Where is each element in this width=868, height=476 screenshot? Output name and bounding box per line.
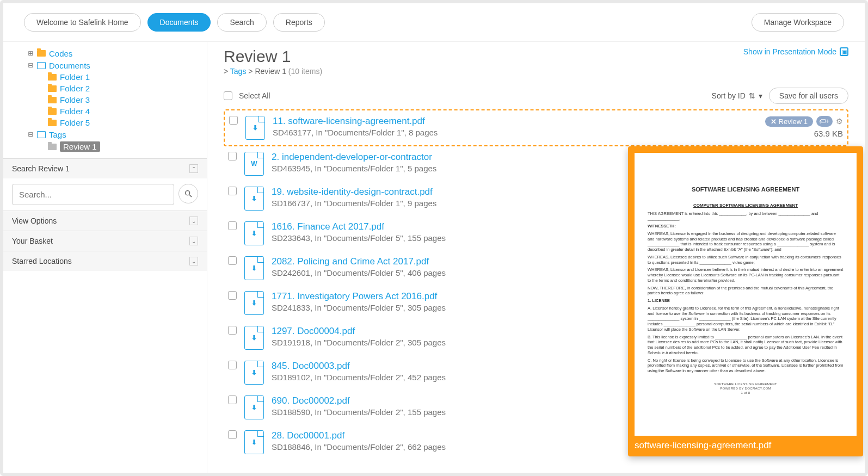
remove-tag-icon[interactable]: ✕ [771, 118, 777, 126]
presentation-icon: ▣ [840, 47, 848, 56]
gear-icon[interactable]: ⚙ [836, 117, 843, 126]
presentation-mode-link[interactable]: Show in Presentation Mode ▣ [743, 47, 848, 56]
chevron-down-icon: ⌄ [189, 257, 198, 265]
file-icon: ⬇ [244, 395, 264, 419]
tree-folder[interactable]: Folder 4 [60, 107, 90, 116]
select-all-label: Select All [239, 91, 270, 100]
row-checkbox[interactable] [228, 430, 237, 439]
sort-dropdown[interactable]: Sort by ID⇅▾ [712, 91, 762, 100]
file-size: 63.9 KB [814, 129, 843, 138]
tree-tags[interactable]: Tags [49, 130, 66, 139]
search-icon [184, 189, 193, 198]
view-options-panel[interactable]: View Options⌄ [3, 211, 207, 231]
book-icon [37, 62, 46, 69]
preview-page: SOFTWARE LICENSING AGREEMENT COMPUTER SO… [635, 153, 857, 436]
row-checkbox[interactable] [228, 395, 237, 404]
breadcrumb: > Tags > Review 1 (10 items) [224, 67, 322, 76]
expand-icon[interactable]: ⊞ [27, 48, 34, 58]
search-button[interactable] [178, 184, 198, 203]
chevron-down-icon: ⌄ [189, 237, 198, 245]
row-checkbox[interactable] [228, 291, 237, 300]
sidebar: ⊞Codes ⊟Documents Folder 1Folder 2Folder… [3, 42, 207, 473]
collapse-icon[interactable]: ⊟ [27, 60, 34, 70]
save-for-all-button[interactable]: Save for all users [769, 88, 848, 104]
nav-reports[interactable]: Reports [273, 13, 325, 32]
collapse-icon[interactable]: ⊟ [27, 129, 34, 139]
item-count: (10 items) [288, 67, 322, 76]
preview-caption: software-licensing-agreement.pdf [635, 440, 857, 451]
file-icon: ⬇ [244, 221, 264, 245]
search-input[interactable] [12, 184, 174, 205]
file-icon: ⬇ [244, 187, 264, 211]
nav-welcome[interactable]: Welcome to Safelink Home [24, 13, 141, 32]
folder-icon [37, 50, 46, 57]
document-row[interactable]: ⬇11. software-licensing-agreement.pdfSD4… [224, 109, 848, 146]
top-nav: Welcome to Safelink Home Documents Searc… [3, 3, 865, 42]
basket-panel[interactable]: Your Basket⌄ [3, 231, 207, 251]
row-checkbox[interactable] [228, 361, 237, 369]
main-content: Review 1 > Tags > Review 1 (10 items) Sh… [207, 42, 865, 473]
row-checkbox[interactable] [228, 256, 237, 265]
document-preview-popup: SOFTWARE LICENSING AGREEMENT COMPUTER SO… [628, 146, 863, 456]
nav-documents[interactable]: Documents [147, 13, 211, 32]
tree-folder[interactable]: Folder 1 [60, 72, 90, 82]
folder-icon [48, 74, 57, 81]
row-checkbox[interactable] [229, 116, 238, 125]
page-title: Review 1 [224, 47, 322, 66]
folder-tree: ⊞Codes ⊟Documents Folder 1Folder 2Folder… [3, 42, 207, 158]
file-icon: ⬇ [244, 361, 264, 385]
row-checkbox[interactable] [228, 152, 237, 160]
row-checkbox[interactable] [228, 326, 237, 335]
svg-point-0 [186, 191, 190, 195]
folder-icon [48, 108, 57, 115]
tree-documents[interactable]: Documents [49, 61, 90, 70]
book-icon [37, 131, 46, 138]
review-tag-badge[interactable]: ✕Review 1 [765, 116, 813, 127]
row-checkbox[interactable] [228, 187, 237, 195]
starred-panel[interactable]: Starred Locations⌄ [3, 251, 207, 271]
folder-icon [48, 120, 57, 126]
crumb-current: Review 1 [255, 67, 286, 76]
add-tag-button[interactable]: 🏷+ [816, 116, 833, 127]
folder-icon [48, 144, 57, 150]
sort-icon: ⇅ [749, 91, 755, 100]
file-icon: ⬇ [244, 430, 264, 454]
file-icon: ⬇ [244, 326, 264, 350]
select-all-checkbox[interactable] [224, 91, 232, 100]
chevron-up-icon: ⌃ [189, 164, 198, 173]
search-panel-header[interactable]: Search Review 1⌃ [3, 159, 207, 178]
file-icon: W [244, 152, 264, 176]
tree-folder[interactable]: Folder 5 [60, 118, 90, 127]
folder-icon [48, 85, 57, 92]
file-icon: ⬇ [245, 116, 265, 140]
folder-icon [48, 97, 57, 103]
svg-line-1 [189, 195, 192, 197]
tree-folder[interactable]: Folder 2 [60, 84, 90, 93]
nav-search[interactable]: Search [217, 13, 266, 32]
file-icon: ⬇ [244, 256, 264, 280]
document-title[interactable]: 11. software-licensing-agreement.pdf [273, 116, 743, 127]
file-icon: ⬇ [244, 291, 264, 315]
tree-review1[interactable]: Review 1 [60, 141, 100, 152]
tree-folder[interactable]: Folder 3 [60, 95, 90, 104]
crumb-tags[interactable]: Tags [230, 67, 247, 76]
chevron-down-icon: ▾ [759, 91, 762, 100]
row-checkbox[interactable] [228, 221, 237, 230]
tree-codes[interactable]: Codes [49, 49, 72, 58]
manage-workspace-button[interactable]: Manage Workspace [752, 13, 844, 32]
chevron-down-icon: ⌄ [189, 217, 198, 225]
document-meta: SD463177, In "Documents/Folder 1", 8 pag… [273, 128, 743, 137]
